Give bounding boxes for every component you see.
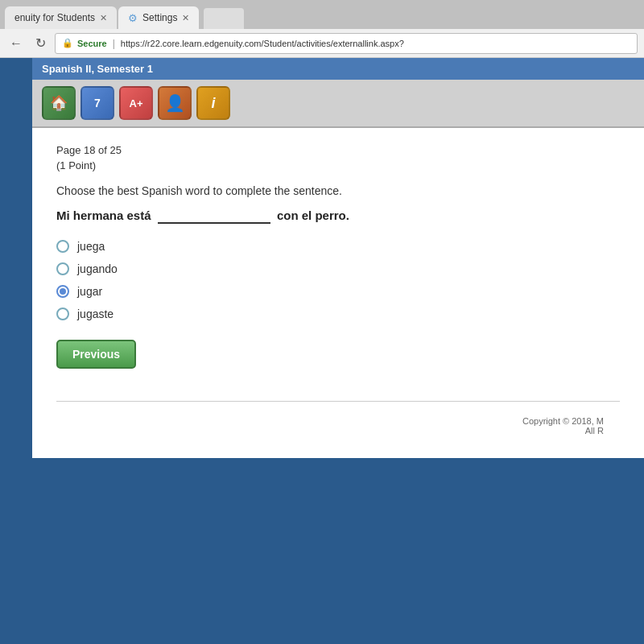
- person-icon-btn[interactable]: 👤: [158, 86, 192, 120]
- radio-juega[interactable]: [56, 240, 69, 253]
- question-prefix: Mi hermana está: [56, 208, 151, 222]
- radio-jugaste[interactable]: [56, 308, 69, 320]
- back-button[interactable]: ←: [6, 34, 26, 53]
- separator: |: [113, 38, 115, 49]
- address-bar-row: ← ↻ 🔒 Secure | https://r22.core.learn.ed…: [0, 29, 644, 58]
- option-jugaste[interactable]: jugaste: [56, 308, 620, 320]
- option-jugaste-label: jugaste: [77, 308, 114, 320]
- course-subtitle: Spanish II, Semester 1: [42, 63, 153, 75]
- tab-bar: enuity for Students ✕ ⚙ Settings ✕: [0, 0, 644, 29]
- option-jugar-label: jugar: [77, 285, 102, 298]
- question-blank: [158, 208, 270, 224]
- previous-button[interactable]: Previous: [56, 340, 136, 369]
- grade-icon-btn[interactable]: A+: [119, 86, 153, 120]
- lock-icon: 🔒: [62, 38, 73, 48]
- option-juega[interactable]: juega: [56, 240, 620, 253]
- tab-settings-close[interactable]: ✕: [182, 13, 189, 23]
- browser-chrome: enuity for Students ✕ ⚙ Settings ✕ ← ↻ 🔒…: [0, 0, 644, 58]
- tab-edgenuity[interactable]: enuity for Students ✕: [5, 6, 117, 29]
- option-jugando[interactable]: jugando: [56, 262, 620, 275]
- page-info: Page 18 of 25: [56, 144, 620, 156]
- secure-label: Secure: [77, 39, 107, 48]
- tab-edgenuity-label: enuity for Students: [14, 12, 95, 23]
- option-jugando-label: jugando: [77, 262, 118, 275]
- reload-button[interactable]: ↻: [31, 34, 50, 53]
- tab-settings[interactable]: ⚙ Settings ✕: [118, 6, 199, 29]
- radio-jugar[interactable]: [56, 285, 69, 298]
- settings-icon: ⚙: [128, 12, 138, 24]
- copyright-text: Copyright © 2018, M All R: [56, 410, 620, 442]
- question-text: Mi hermana está con el perro.: [56, 208, 620, 224]
- address-box[interactable]: 🔒 Secure | https://r22.core.learn.edgenu…: [55, 33, 638, 54]
- page-header-bar: Spanish II, Semester 1: [32, 58, 644, 80]
- home-icon-btn[interactable]: 🏠: [42, 86, 76, 120]
- content-wrapper: Spanish II, Semester 1 🏠 7 A+ 👤 i Page 1…: [32, 58, 644, 458]
- info-icon-btn[interactable]: i: [196, 86, 230, 120]
- instruction-text: Choose the best Spanish word to complete…: [56, 184, 620, 197]
- radio-jugar-inner: [60, 288, 66, 295]
- blue-side-panel: [0, 58, 32, 644]
- copyright-line2: All R: [585, 426, 604, 436]
- tab-edgenuity-close[interactable]: ✕: [100, 13, 107, 23]
- option-juega-label: juega: [77, 240, 105, 253]
- options-list: juega jugando jugar jugaste: [56, 240, 620, 320]
- icon-bar: 🏠 7 A+ 👤 i: [32, 80, 644, 128]
- quiz-container: Page 18 of 25 (1 Point) Choose the best …: [32, 128, 644, 458]
- option-jugar[interactable]: jugar: [56, 285, 620, 298]
- calendar-icon-btn[interactable]: 7: [80, 86, 114, 120]
- copyright-line1: Copyright © 2018, M: [522, 416, 604, 426]
- url-text: https://r22.core.learn.edgenuity.com/Stu…: [121, 39, 404, 48]
- radio-jugando[interactable]: [56, 262, 69, 275]
- points-info: (1 Point): [56, 159, 620, 171]
- question-suffix: con el perro.: [277, 208, 349, 222]
- divider: [56, 401, 620, 402]
- tab-settings-label: Settings: [142, 12, 177, 23]
- new-tab-placeholder: [204, 8, 244, 29]
